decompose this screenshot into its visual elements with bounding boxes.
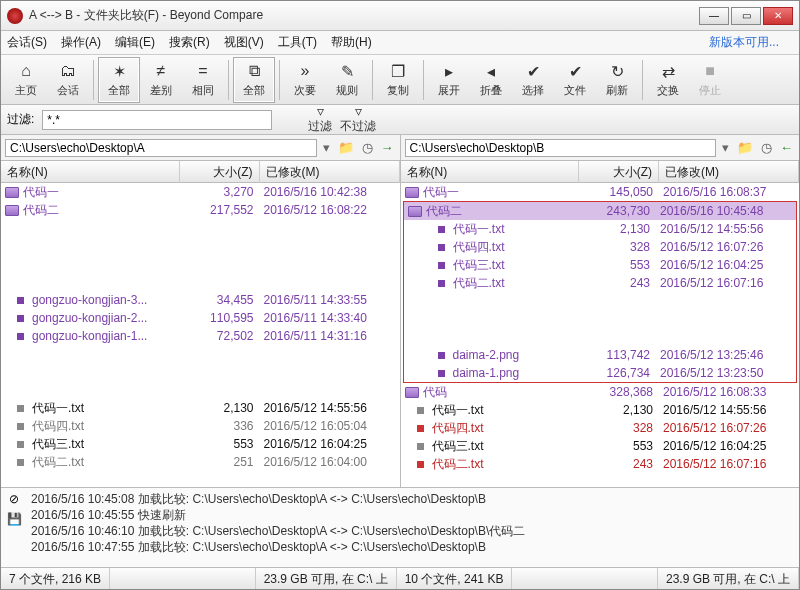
toolbar-差别[interactable]: ≠差别 [140, 57, 182, 103]
col-modified[interactable]: 已修改(M) [659, 161, 799, 183]
browse-folder-icon[interactable]: 📁 [336, 140, 356, 155]
left-path-input[interactable] [5, 139, 317, 157]
history-icon[interactable]: ◷ [360, 140, 375, 155]
filter-clear-button[interactable]: ▿不过滤 [340, 104, 376, 135]
list-item[interactable]: 代码二.txt2432016/5/12 16:07:16 [404, 274, 797, 292]
list-item[interactable]: gongzuo-kongjian-3...34,4552016/5/11 14:… [1, 291, 400, 309]
col-size[interactable]: 大小(Z) [579, 161, 659, 183]
col-name[interactable]: 名称(N) [1, 161, 180, 183]
filter-apply-button[interactable]: ▿过滤 [308, 104, 332, 135]
toolbar-icon: ▸ [439, 61, 459, 81]
toolbar-交换[interactable]: ⇄交换 [647, 57, 689, 103]
empty-row [404, 328, 797, 346]
list-item[interactable]: 代码一145,0502016/5/16 16:08:37 [401, 183, 800, 201]
toolbar-主页[interactable]: ⌂主页 [5, 57, 47, 103]
update-link[interactable]: 新版本可用... [709, 34, 779, 51]
toolbar-会话[interactable]: 🗂会话 [47, 57, 89, 103]
toolbar-icon: » [295, 61, 315, 81]
list-item[interactable]: gongzuo-kongjian-1...72,5022016/5/11 14:… [1, 327, 400, 345]
list-item[interactable]: 代码三.txt5532016/5/12 16:04:25 [1, 435, 400, 453]
toolbar-icon: ↻ [607, 61, 627, 81]
toolbar-icon: ✎ [337, 61, 357, 81]
menu-item[interactable]: 编辑(E) [115, 34, 155, 51]
right-pane: 代码一145,0502016/5/16 16:08:37代码二243,73020… [401, 183, 800, 487]
toolbar-停止: ■停止 [689, 57, 731, 103]
col-size[interactable]: 大小(Z) [180, 161, 260, 183]
list-item[interactable]: gongzuo-kongjian-2...110,5952016/5/11 14… [1, 309, 400, 327]
right-file-list[interactable]: 代码一145,0502016/5/16 16:08:37代码二243,73020… [401, 183, 800, 487]
diff-marker-icon [17, 441, 24, 448]
toolbar-全部[interactable]: ✶全部 [98, 57, 140, 103]
list-item[interactable]: 代码四.txt3282016/5/12 16:07:26 [401, 419, 800, 437]
toolbar-全部[interactable]: ⧉全部 [233, 57, 275, 103]
folder-icon [408, 206, 422, 217]
list-item[interactable]: 代码四.txt3362016/5/12 16:05:04 [1, 417, 400, 435]
list-item[interactable]: daima-2.png113,7422016/5/12 13:25:46 [404, 346, 797, 364]
col-name[interactable]: 名称(N) [401, 161, 580, 183]
diff-marker-icon [438, 262, 445, 269]
close-button[interactable]: ✕ [763, 7, 793, 25]
funnel-off-icon: ▿ [355, 104, 362, 118]
dropdown-icon[interactable]: ▾ [321, 140, 332, 155]
list-item[interactable]: 代码328,3682016/5/12 16:08:33 [401, 383, 800, 401]
list-item[interactable]: 代码二.txt2432016/5/12 16:07:16 [401, 455, 800, 473]
menu-item[interactable]: 会话(S) [7, 34, 47, 51]
filter-input[interactable] [42, 110, 272, 130]
left-file-list[interactable]: 代码一3,2702016/5/16 10:42:38代码二217,5522016… [1, 183, 400, 487]
toolbar-折叠[interactable]: ◂折叠 [470, 57, 512, 103]
browse-folder-icon[interactable]: 📁 [735, 140, 755, 155]
column-headers: 名称(N) 大小(Z) 已修改(M) 名称(N) 大小(Z) 已修改(M) [1, 161, 799, 183]
status-left-disk: 23.9 GB 可用, 在 C:\ 上 [256, 568, 397, 589]
menu-item[interactable]: 帮助(H) [331, 34, 372, 51]
list-item[interactable]: 代码四.txt3282016/5/12 16:07:26 [404, 238, 797, 256]
toolbar-刷新[interactable]: ↻刷新 [596, 57, 638, 103]
toolbar-规则[interactable]: ✎规则 [326, 57, 368, 103]
toolbar-icon: 🗂 [58, 61, 78, 81]
funnel-icon: ▿ [317, 104, 324, 118]
log-line: 2016/5/16 10:45:08 加载比较: C:\Users\echo\D… [31, 491, 795, 507]
folder-icon [405, 387, 419, 398]
toolbar-次要[interactable]: »次要 [284, 57, 326, 103]
list-item[interactable]: 代码三.txt5532016/5/12 16:04:25 [404, 256, 797, 274]
copy-left-icon[interactable]: ← [778, 140, 795, 155]
list-item[interactable]: 代码二243,7302016/5/16 10:45:48 [404, 202, 797, 220]
toolbar-复制[interactable]: ❐复制 [377, 57, 419, 103]
status-left-count: 7 个文件, 216 KB [1, 568, 110, 589]
right-path-input[interactable] [405, 139, 717, 157]
copy-right-icon[interactable]: → [379, 140, 396, 155]
history-icon[interactable]: ◷ [759, 140, 774, 155]
menu-item[interactable]: 搜索(R) [169, 34, 210, 51]
log-save-icon[interactable]: 💾 [6, 512, 22, 528]
toolbar-选择[interactable]: ✔选择 [512, 57, 554, 103]
list-item[interactable]: 代码一.txt2,1302016/5/12 14:55:56 [401, 401, 800, 419]
menu-item[interactable]: 操作(A) [61, 34, 101, 51]
app-window: A <--> B - 文件夹比较(F) - Beyond Compare — ▭… [0, 0, 800, 590]
list-item[interactable]: 代码一3,2702016/5/16 10:42:38 [1, 183, 400, 201]
log-stop-icon[interactable]: ⊘ [6, 492, 22, 508]
diff-marker-icon [417, 425, 424, 432]
left-pane: 代码一3,2702016/5/16 10:42:38代码二217,5522016… [1, 183, 401, 487]
minimize-button[interactable]: — [699, 7, 729, 25]
toolbar-icon: ✶ [109, 61, 129, 81]
list-item[interactable]: 代码三.txt5532016/5/12 16:04:25 [401, 437, 800, 455]
dropdown-icon[interactable]: ▾ [720, 140, 731, 155]
toolbar-相同[interactable]: =相同 [182, 57, 224, 103]
col-modified[interactable]: 已修改(M) [260, 161, 400, 183]
list-item[interactable]: 代码一.txt2,1302016/5/12 14:55:56 [404, 220, 797, 238]
list-item[interactable]: 代码一.txt2,1302016/5/12 14:55:56 [1, 399, 400, 417]
maximize-button[interactable]: ▭ [731, 7, 761, 25]
empty-row [404, 310, 797, 328]
diff-marker-icon [17, 405, 24, 412]
filter-bar: 过滤: ▿过滤 ▿不过滤 [1, 105, 799, 135]
toolbar-文件[interactable]: ✔文件 [554, 57, 596, 103]
toolbar-展开[interactable]: ▸展开 [428, 57, 470, 103]
toolbar-icon: ⧉ [244, 61, 264, 81]
toolbar-icon: ✔ [523, 61, 543, 81]
diff-marker-icon [17, 423, 24, 430]
list-item[interactable]: daima-1.png126,7342016/5/12 13:23:50 [404, 364, 797, 382]
menu-item[interactable]: 视图(V) [224, 34, 264, 51]
menu-item[interactable]: 工具(T) [278, 34, 317, 51]
empty-row [1, 237, 400, 255]
list-item[interactable]: 代码二217,5522016/5/12 16:08:22 [1, 201, 400, 219]
list-item[interactable]: 代码二.txt2512016/5/12 16:04:00 [1, 453, 400, 471]
